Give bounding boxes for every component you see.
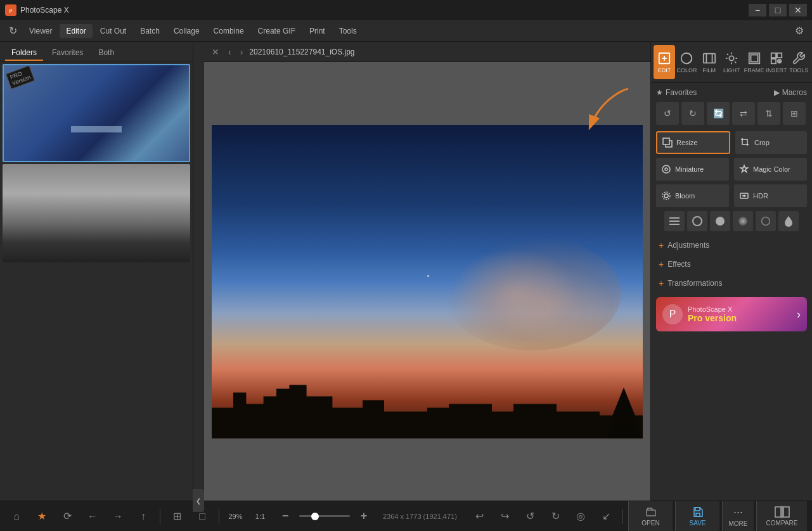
rotate-ccw-button[interactable]: ↺: [656, 102, 679, 125]
tab-both[interactable]: Both: [92, 46, 120, 61]
back-button[interactable]: ←: [81, 505, 104, 528]
save-label: SAVE: [690, 520, 706, 527]
menu-item-print[interactable]: Print: [303, 24, 332, 38]
refresh-button[interactable]: ↻: [4, 22, 22, 40]
menu-item-tools[interactable]: Tools: [333, 24, 363, 38]
flip-h-button[interactable]: ⇄: [732, 102, 755, 125]
tab-favorites[interactable]: Favorites: [46, 46, 89, 61]
transformations-label: Transformations: [667, 279, 722, 288]
transformations-header[interactable]: + Transformations: [656, 274, 807, 292]
menu-item-combine[interactable]: Combine: [207, 24, 250, 38]
menu-item-creategif[interactable]: Create GIF: [252, 24, 302, 38]
sidebar-collapse-button[interactable]: ❮: [193, 489, 204, 512]
filter-circle-button[interactable]: [687, 211, 707, 231]
menu-item-cutout[interactable]: Cut Out: [94, 24, 132, 38]
thumbnail-item-1[interactable]: PROVersion: [3, 64, 190, 162]
prev-file-button[interactable]: ‹: [226, 46, 234, 58]
tool-edit-button[interactable]: EDIT: [654, 45, 675, 79]
maximize-button[interactable]: □: [769, 4, 787, 16]
zoom-ratio: 1:1: [249, 513, 271, 520]
rotate-cw-button[interactable]: ↻: [681, 102, 704, 125]
separator-1: [160, 509, 160, 524]
tool-film-button[interactable]: FILM: [699, 44, 719, 80]
macros-button[interactable]: ▶ Macros: [774, 88, 807, 97]
rotate-bottom-button[interactable]: ↙: [595, 505, 617, 528]
effects-label: Effects: [667, 260, 690, 269]
filter-circle-outline-button[interactable]: [756, 211, 776, 231]
flip-v-button[interactable]: ⇅: [757, 102, 780, 125]
favorites-button[interactable]: ★ Favorites: [656, 88, 697, 97]
crop-icon: [740, 138, 751, 148]
resize-button[interactable]: Resize: [656, 131, 730, 154]
tool-insert-button[interactable]: INSERT: [766, 44, 787, 80]
effects-header[interactable]: + Effects: [656, 255, 807, 273]
close-button[interactable]: ✕: [789, 4, 807, 16]
hdr-button[interactable]: HDR: [734, 184, 807, 207]
svg-point-7: [730, 56, 734, 60]
separator-3: [622, 509, 623, 524]
resize-label: Resize: [676, 139, 698, 146]
filepath-text: 20210610_115227941_iOS.jpg: [249, 48, 354, 56]
tab-folders[interactable]: Folders: [5, 46, 43, 61]
save-button[interactable]: SAVE: [675, 501, 719, 532]
window-controls: − □ ✕: [749, 4, 807, 16]
bloom-button[interactable]: Bloom: [656, 184, 729, 207]
compare-button[interactable]: COMPARE: [756, 501, 807, 532]
crop-button[interactable]: Crop: [735, 131, 807, 154]
more-label: MORE: [729, 520, 748, 527]
svg-rect-18: [771, 58, 776, 63]
tool-icons-bar: EDIT COLOR FILM LIGHT FRAME INSERT: [651, 42, 812, 83]
macros-label: Macros: [782, 88, 807, 97]
rotate-180-button[interactable]: 🔄: [707, 102, 730, 125]
transform-button[interactable]: ⊞: [783, 102, 806, 125]
undo2-button[interactable]: ↺: [519, 505, 541, 528]
filter-drop-button[interactable]: [778, 211, 799, 231]
star-bottom-button[interactable]: ★: [30, 505, 53, 528]
grid-view-button[interactable]: ⊞: [165, 505, 188, 528]
filter-list-button[interactable]: [664, 211, 685, 231]
svg-line-11: [735, 61, 736, 63]
settings-bottom-button[interactable]: ◎: [569, 505, 592, 528]
svg-point-25: [664, 194, 668, 198]
menu-item-batch[interactable]: Batch: [134, 24, 166, 38]
pro-banner[interactable]: P PhotoScape X Pro version ›: [656, 297, 807, 331]
next-file-button[interactable]: ›: [238, 46, 246, 58]
pro-text: Pro: [688, 313, 702, 323]
zoom-slider[interactable]: [299, 515, 350, 517]
tool-color-button[interactable]: COLOR: [676, 44, 697, 80]
tool-insert-label: INSERT: [766, 67, 787, 74]
svg-point-31: [693, 217, 702, 226]
menu-item-collage[interactable]: Collage: [167, 24, 206, 38]
tool-light-button[interactable]: LIGHT: [721, 44, 742, 80]
settings-button[interactable]: ⚙: [790, 22, 808, 40]
open-button[interactable]: OPEN: [628, 501, 673, 532]
redo2-button[interactable]: ↻: [544, 505, 567, 528]
forward-button[interactable]: →: [106, 505, 129, 528]
minimize-button[interactable]: −: [749, 4, 766, 16]
tool-frame-button[interactable]: FRAME: [744, 44, 764, 80]
redo-button[interactable]: ↪: [493, 505, 516, 528]
more-dots-icon: ···: [733, 506, 743, 519]
tool-tools-button[interactable]: TOOLS: [789, 44, 809, 80]
svg-line-10: [727, 53, 728, 54]
shape-filter-row: [656, 211, 807, 231]
close-file-button[interactable]: ✕: [209, 46, 222, 58]
menu-item-editor[interactable]: Editor: [60, 24, 92, 38]
adjustments-header[interactable]: + Adjustments: [656, 236, 807, 254]
filter-circle-gradient-button[interactable]: [733, 211, 753, 231]
undo-button[interactable]: ↩: [468, 505, 491, 528]
menu-item-viewer[interactable]: Viewer: [23, 24, 58, 38]
hdr-icon: [739, 191, 749, 201]
sync-button[interactable]: ⟳: [56, 505, 79, 528]
filter-circle-filled-button[interactable]: [710, 211, 730, 231]
thumbnail-item-2[interactable]: [3, 164, 190, 262]
svg-rect-35: [696, 513, 700, 516]
home-button[interactable]: ⌂: [5, 505, 28, 528]
upload-button[interactable]: ↑: [132, 505, 155, 528]
zoom-out-button[interactable]: −: [274, 505, 297, 528]
miniature-button[interactable]: Miniature: [656, 158, 729, 181]
more-button[interactable]: ··· MORE: [722, 501, 754, 532]
svg-rect-15: [751, 54, 757, 61]
zoom-in-button[interactable]: +: [352, 505, 375, 528]
magic-color-button[interactable]: Magic Color: [734, 158, 807, 181]
